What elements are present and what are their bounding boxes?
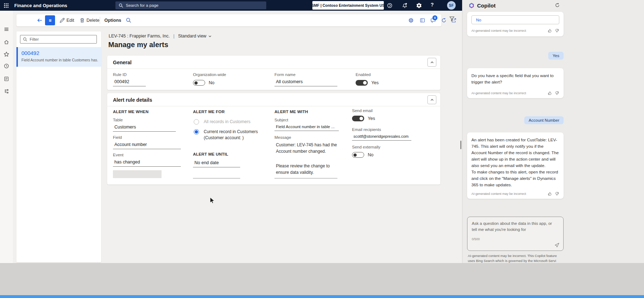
subject-field: Subject Field Account number in table ..… <box>274 118 339 131</box>
general-section-title[interactable]: General <box>113 60 132 65</box>
record-list-panel: 000492 Field Account number in table Cus… <box>16 31 101 262</box>
page-search-input[interactable] <box>126 3 254 7</box>
alert-details-section-title[interactable]: Alert rule details <box>113 97 152 103</box>
option-no-button[interactable]: No <box>471 15 559 24</box>
email-recipients-value[interactable]: scottf@stoneridgepresales.com <box>352 134 411 141</box>
app-launcher-icon[interactable] <box>0 0 12 11</box>
options-menu[interactable]: Options <box>104 18 121 23</box>
copilot-header: Copilot <box>462 0 644 11</box>
user-message-row: Yes <box>467 52 564 60</box>
send-externally-field: Send externally No <box>352 145 380 158</box>
letterbox-band <box>0 263 644 295</box>
show-list-button[interactable] <box>45 15 55 25</box>
disabled-input <box>113 170 162 178</box>
hamburger-menu-icon[interactable] <box>4 26 9 32</box>
notifications-bell-icon[interactable] <box>402 2 408 9</box>
copilot-refresh-icon[interactable] <box>555 2 560 8</box>
message-count-badge: 0 <box>432 15 437 20</box>
table-value[interactable]: Customers <box>113 125 176 132</box>
edit-pencil-icon[interactable] <box>59 17 65 23</box>
record-list-item-selected[interactable]: 000492 Field Account number in table Cus… <box>16 47 101 67</box>
personalize-globe-icon[interactable] <box>408 17 414 23</box>
settings-gear-icon[interactable] <box>416 2 422 9</box>
email-recipients-label: Email recipients <box>352 127 411 132</box>
field-field: Field Account number <box>113 135 181 149</box>
home-icon[interactable] <box>4 39 9 45</box>
copilot-summary-card: An alert has been created for CustTable:… <box>467 132 564 199</box>
current-record-sub: (Customer account: ) <box>204 135 244 140</box>
send-icon[interactable] <box>554 242 560 248</box>
task-recorder-panel-icon[interactable] <box>420 17 425 23</box>
alert-me-when-heading: ALERT ME WHEN <box>113 110 149 114</box>
ai-disclaimer: AI-generated content may be incorrect <box>471 192 526 196</box>
general-section: General Rule ID 000492 Organization-wide… <box>107 56 440 90</box>
table-label: Table <box>113 118 176 122</box>
thumb-down-icon[interactable] <box>555 192 559 196</box>
hierarchy-tree-icon[interactable] <box>4 88 9 94</box>
thumb-up-icon[interactable] <box>548 29 552 33</box>
app-title[interactable]: Finance and Operations <box>14 3 67 8</box>
record-filter[interactable] <box>20 35 97 44</box>
message-para2[interactable]: Please review the change to ensure data … <box>276 163 337 176</box>
thumb-up-icon[interactable] <box>548 91 552 95</box>
video-progress-bar[interactable] <box>0 295 644 298</box>
view-selector[interactable]: Standard view <box>178 34 212 39</box>
message-underline <box>274 178 337 178</box>
current-record-label: Current record in Customers (Customer ac… <box>204 129 258 141</box>
toolbar-search-icon[interactable] <box>126 17 132 23</box>
field-value[interactable]: Account number <box>113 142 181 149</box>
edit-button[interactable]: Edit <box>66 18 74 23</box>
copilot-input[interactable] <box>472 221 558 236</box>
enabled-field: Enabled Yes <box>356 72 378 86</box>
page-scrollbar[interactable] <box>460 141 461 149</box>
current-record-option[interactable]: Current record in Customers (Customer ac… <box>194 129 258 141</box>
search-icon <box>119 3 123 8</box>
form-name-value[interactable]: All customers <box>274 79 337 86</box>
enabled-toggle[interactable] <box>356 80 368 86</box>
breadcrumb-record[interactable]: LEV-745 : Frappier Farms, Inc. <box>109 34 170 39</box>
event-value[interactable]: has changed <box>113 160 181 167</box>
enabled-label: Enabled <box>356 72 378 77</box>
ai-disclaimer: AI-generated content may be incorrect <box>471 91 526 95</box>
alert-details-collapse-button[interactable] <box>427 95 436 104</box>
form-name-field: Form name All customers <box>274 72 337 86</box>
send-email-toggle[interactable] <box>352 116 364 121</box>
record-id: 000492 <box>21 50 98 56</box>
environment-selector[interactable]: USMF | Contoso Entertainment System USA <box>312 1 384 10</box>
refresh-icon[interactable] <box>441 17 447 23</box>
record-filter-input[interactable] <box>30 37 90 41</box>
event-label: Event <box>113 153 181 157</box>
toolbar-separator <box>100 17 100 24</box>
send-externally-toggle[interactable] <box>352 152 364 158</box>
rule-id-label: Rule ID <box>113 72 146 77</box>
recent-clock-icon[interactable] <box>4 63 9 69</box>
delete-trash-icon[interactable] <box>79 17 85 23</box>
thumb-down-icon[interactable] <box>555 29 559 33</box>
back-arrow-icon[interactable] <box>37 17 43 23</box>
copilot-option-card: No AI-generated content may be incorrect <box>467 12 564 36</box>
subject-label: Subject <box>274 118 339 122</box>
page-search[interactable] <box>115 1 266 9</box>
copilot-input-box[interactable]: 0/500 <box>467 217 564 251</box>
favorites-star-icon[interactable] <box>4 51 9 57</box>
thumb-up-icon[interactable] <box>548 192 552 196</box>
forms-document-icon[interactable] <box>4 76 9 82</box>
filter-funnel-icon[interactable] <box>449 16 455 22</box>
organization-wide-toggle[interactable] <box>193 80 205 86</box>
dynamics-copilot-icon[interactable] <box>387 2 393 9</box>
message-para1[interactable]: Customer: LEV-745 has had the Account nu… <box>276 142 337 155</box>
rule-id-value[interactable]: 000492 <box>113 79 146 86</box>
send-email-field: Send email Yes <box>352 108 375 121</box>
breadcrumb-separator: | <box>173 34 174 39</box>
thumb-down-icon[interactable] <box>555 91 559 95</box>
general-collapse-button[interactable] <box>427 58 436 67</box>
delete-button[interactable]: Delete <box>86 18 99 23</box>
avatar[interactable]: SF <box>447 1 456 10</box>
assistant-question: Do you have a specific field that you wa… <box>471 72 559 85</box>
all-records-option[interactable]: All records in Customers <box>194 119 251 125</box>
ai-disclaimer-row: AI-generated content may be incorrect <box>471 192 559 196</box>
help-icon[interactable]: ? <box>431 2 434 7</box>
subject-value[interactable]: Field Account number in table ... <box>274 125 339 131</box>
end-date-value[interactable]: No end date <box>193 160 240 167</box>
empty-date-field[interactable] <box>193 178 240 178</box>
